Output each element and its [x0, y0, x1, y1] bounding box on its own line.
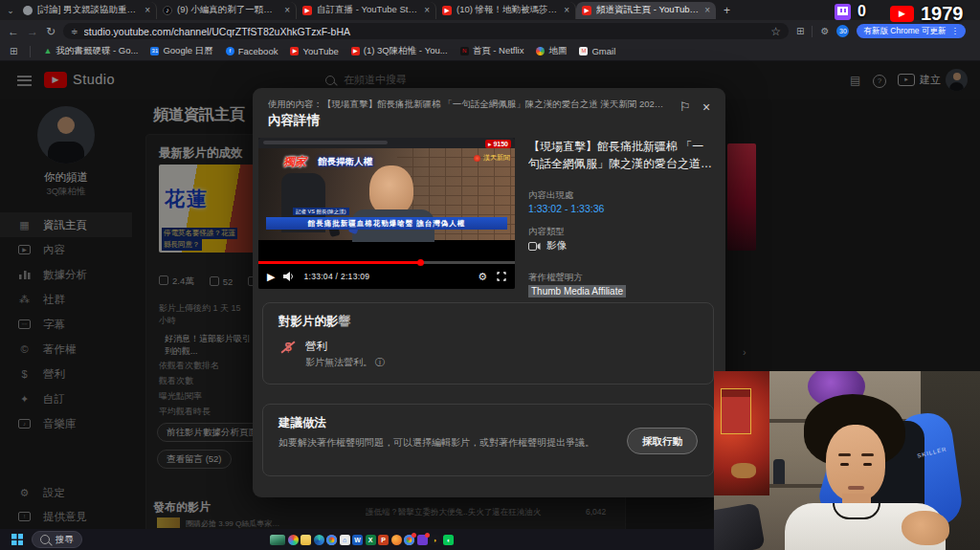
toolbar-divider	[812, 26, 813, 37]
eye	[863, 463, 872, 466]
player-settings-icon[interactable]: ⚙	[478, 271, 487, 283]
modal-close-icon[interactable]: ×	[702, 99, 710, 115]
bookmark-youtube[interactable]: ▶YouTube	[290, 46, 338, 56]
tab-close-icon[interactable]: ×	[424, 5, 430, 15]
widgets-icon[interactable]	[270, 535, 285, 545]
tab-close-icon[interactable]: ×	[145, 5, 150, 15]
browser-tab-active[interactable]: ▶ 頻道資訊主頁 - YouTube Stud ×	[576, 2, 716, 19]
forward-icon[interactable]: →	[27, 25, 38, 38]
address-bar[interactable]: ≑ studio.youtube.com/channel/UCqrZTfST82…	[63, 23, 789, 39]
bookmark-maps[interactable]: 地圖	[536, 45, 567, 57]
word-icon[interactable]: W	[352, 535, 363, 545]
impact-desc-text: 影片無法營利。	[305, 357, 372, 367]
bookmark-calendar[interactable]: 31Google 日曆	[150, 45, 212, 57]
modal-title: 內容詳情	[268, 112, 320, 129]
news-watermark: 漢天新聞	[474, 153, 510, 163]
browser-tab-4[interactable]: ▶ (10) 慘報！地勤被瑪莎拉蒂技到接 ×	[436, 2, 576, 19]
kebab-menu-icon[interactable]: ⋮	[950, 24, 959, 38]
app-icon-purple[interactable]	[417, 535, 428, 545]
gmail-icon: M	[579, 47, 588, 55]
browser-tab-3[interactable]: ▶ 自訂直播 - YouTube Studio ×	[297, 2, 436, 19]
browser-tab-2[interactable]: ♪ (9) 小編真的剃了一顆克的3Q ×	[157, 2, 297, 19]
tab-close-icon[interactable]: ×	[564, 5, 569, 15]
reload-icon[interactable]: ↻	[46, 25, 56, 38]
tab-title: [討論] 男文親談協助重職的外	[37, 4, 140, 16]
news-video-frame: 獨家 館長捍衛人權 漢天新聞 記者 VS 館長(陳之漢) 館長痛批新疆血棉花勁爆…	[258, 148, 515, 240]
app-icon-orange[interactable]	[391, 535, 402, 545]
maps-icon	[536, 47, 545, 55]
new-tab-button[interactable]: +	[724, 4, 730, 17]
content-type-value: 影像	[546, 239, 567, 253]
chrome-update-chip[interactable]: 有新版 Chrome 可更新 ⋮	[857, 24, 965, 38]
apps-grid-icon[interactable]: ⊞	[10, 46, 17, 56]
youtube-count: 1979	[921, 3, 964, 25]
bookmark-gmail[interactable]: MGmail	[579, 46, 615, 56]
profile-avatar[interactable]: 30	[836, 25, 849, 37]
bookmark-star-icon[interactable]: ☆	[770, 25, 781, 38]
streamer-face	[826, 425, 885, 501]
youtube-favicon: ▶	[582, 6, 591, 15]
recorded-browser-bar	[258, 138, 515, 148]
microphone	[714, 502, 766, 550]
news-headline: 館長捍衛人權	[318, 156, 372, 168]
suggestion-title: 建議做法	[278, 415, 326, 431]
screen: ⌄ [討論] 男文親談協助重職的外 × ♪ (9) 小編真的剃了一顆克的3Q ×…	[0, 0, 980, 550]
report-flag-icon[interactable]: ⚐	[679, 99, 691, 114]
chrome-icon-badged[interactable]	[404, 535, 414, 545]
player-controls: ▶ 1:33:04 / 2:13:09 ⚙	[258, 264, 515, 289]
line-icon[interactable]: ◖	[443, 535, 454, 545]
site-info-icon[interactable]: ≑	[71, 27, 78, 36]
watermark-text: 漢天新聞	[483, 153, 510, 163]
play-button[interactable]: ▶	[267, 271, 275, 283]
tab-close-icon[interactable]: ×	[284, 5, 290, 15]
app-icon-dark[interactable]: ◗	[430, 535, 440, 545]
bookmarks-divider	[30, 46, 31, 57]
chrome-icon[interactable]	[326, 535, 337, 545]
content-details-modal: 使用的內容：【現場直擊】館長痛批新疆棉 「一句話全網佩服」陳之漢的愛台之道 漢天…	[253, 88, 725, 497]
youtube-favicon: ▶	[442, 6, 452, 15]
poster	[721, 388, 751, 434]
extensions-icon[interactable]: ⚙	[820, 26, 829, 36]
bookmark-netflix[interactable]: N首頁 - Netflix	[460, 45, 524, 57]
excel-icon[interactable]: X	[366, 535, 376, 545]
facebook-icon: f	[226, 47, 234, 55]
start-button-icon[interactable]	[11, 534, 23, 545]
tab-search-chevron-icon[interactable]: ⌄	[4, 6, 17, 15]
twitch-icon	[835, 4, 851, 20]
bookmarks-bar: ⊞ ▲我的書籤硬碟 - Go... 31Google 日曆 fFacebook …	[0, 42, 980, 61]
volume-icon[interactable]	[283, 272, 295, 281]
taskbar-search-input[interactable]: 搜尋	[32, 531, 82, 548]
bookmark-facebook[interactable]: fFacebook	[226, 46, 278, 56]
globe-favicon	[23, 6, 33, 15]
fullscreen-icon[interactable]	[497, 272, 506, 281]
claimed-video-title: 【現場直擊】館長痛批新疆棉 「一句話全網佩服」陳之漢的愛台之道 漢天新聞 ...	[528, 138, 714, 172]
bookmark-3q-channel[interactable]: ▶(1) 3Q陳柏惟 - You...	[351, 45, 448, 57]
gesturing-hand	[902, 511, 949, 545]
store-icon[interactable]: ⌂	[340, 535, 350, 545]
appears-label: 內容出現處	[528, 189, 574, 202]
time-display: 1:33:04 / 2:13:09	[303, 272, 369, 281]
tab-close-icon[interactable]: ×	[704, 5, 710, 15]
video-player[interactable]: ▸ 9150 獨家 館長捍衛人權 漢天新聞 記者 VS 館長(陳之漢) 館長痛批…	[258, 138, 515, 289]
edge-icon[interactable]	[314, 535, 324, 545]
figurine	[731, 463, 756, 478]
info-icon[interactable]: ⓘ	[375, 357, 385, 367]
bookmark-label: 首頁 - Netflix	[473, 45, 524, 57]
webcam-overlay: SKILLER	[714, 371, 980, 550]
powerpoint-icon[interactable]: P	[378, 535, 389, 545]
file-explorer-icon[interactable]	[301, 535, 311, 545]
bookmark-label: 我的書籤硬碟 - Go...	[56, 45, 138, 57]
url-text[interactable]: studio.youtube.com/channel/UCqrZTfST82uX…	[84, 26, 766, 37]
side-panel-icon[interactable]: ⊞	[796, 26, 804, 36]
tab-title: 頻道資訊主頁 - YouTube Stud	[596, 4, 700, 16]
photos-icon[interactable]	[288, 535, 299, 545]
take-action-button[interactable]: 採取行動	[627, 428, 698, 454]
bookmark-drive[interactable]: ▲我的書籤硬碟 - Go...	[43, 45, 138, 57]
figurine	[773, 459, 785, 484]
appears-timestamp-link[interactable]: 1:33:02 - 1:33:36	[528, 203, 604, 214]
back-icon[interactable]: ←	[8, 25, 19, 38]
browser-tab-1[interactable]: [討論] 男文親談協助重職的外 ×	[17, 2, 157, 19]
content-type-label: 內容類型	[528, 226, 565, 238]
tab-title: (9) 小編真的剃了一顆克的3Q	[177, 4, 279, 16]
eyebrow	[838, 453, 851, 456]
